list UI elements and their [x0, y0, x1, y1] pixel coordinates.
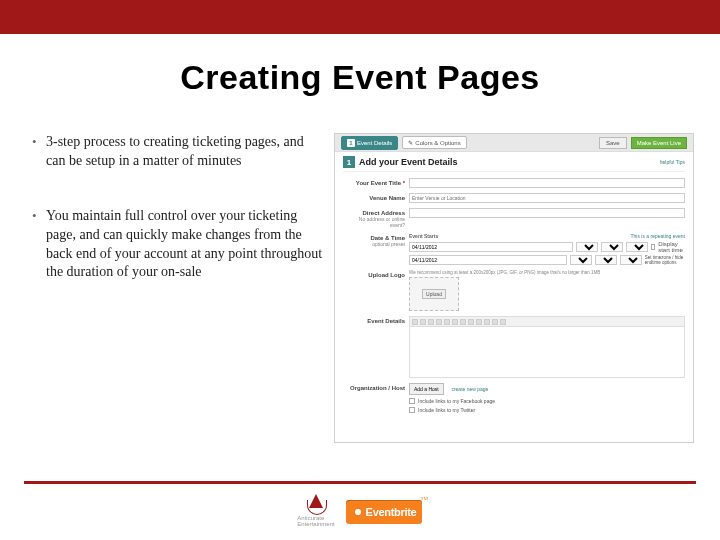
eventbrite-text: Eventbrite [366, 506, 417, 518]
display-start-label: Display start time [658, 241, 685, 253]
twitter-label: Include links to my Twitter [418, 407, 475, 413]
label-event-details: Event Details [343, 316, 405, 324]
step-header: 1 Add your Event Details helpful Tips [343, 156, 685, 172]
repeating-event-link[interactable]: This is a repeating event [631, 233, 685, 239]
eventbrite-logo: Eventbrite TM [346, 500, 422, 524]
eventbrite-sun-icon [352, 506, 364, 518]
timezone-note: Set timezone / hide endtime options [645, 255, 685, 265]
save-button[interactable]: Save [599, 137, 627, 149]
richtext-toolbar[interactable] [409, 316, 685, 326]
start-date-input[interactable] [409, 242, 573, 252]
tab-event-details[interactable]: 1Event Details [341, 136, 398, 150]
start-min-select[interactable] [601, 242, 623, 252]
display-start-checkbox[interactable] [651, 244, 655, 250]
step-number-badge: 1 [343, 156, 355, 168]
eventbrite-screenshot: 1Event Details ✎ Colors & Options Save M… [334, 133, 694, 443]
add-host-button[interactable]: Add a Host [409, 383, 444, 395]
footer-logos: Anticurate Entertainment Eventbrite TM [0, 494, 720, 530]
bullet-item: 3-step process to creating ticketing pag… [32, 133, 324, 171]
event-details-textarea[interactable] [409, 326, 685, 378]
content-row: 3-step process to creating ticketing pag… [0, 97, 720, 443]
facebook-label: Include links to my Facebook page [418, 398, 495, 404]
label-date-time: Date & Timeoptional preset [343, 233, 405, 247]
anticurate-logo: Anticurate Entertainment [298, 494, 334, 530]
label-upload-logo: Upload Logo [343, 270, 405, 278]
anticurate-text: Anticurate Entertainment [297, 515, 334, 527]
end-min-select[interactable] [595, 255, 617, 265]
start-hour-select[interactable] [576, 242, 598, 252]
header-bar [0, 0, 720, 34]
anticurate-mark-icon [306, 494, 326, 514]
facebook-checkbox[interactable] [409, 398, 415, 404]
venue-name-input[interactable] [409, 193, 685, 203]
footer-divider [24, 481, 696, 484]
create-new-page-link[interactable]: create new page [451, 386, 488, 392]
label-address: Direct AddressNo address or online event… [343, 208, 405, 228]
page-title: Creating Event Pages [0, 58, 720, 97]
event-starts-label: Event Starts [409, 233, 438, 239]
upload-button[interactable]: Upload [422, 289, 446, 299]
bullet-column: 3-step process to creating ticketing pag… [24, 133, 324, 443]
end-date-input[interactable] [409, 255, 567, 265]
bullet-item: You maintain full control over your tick… [32, 207, 324, 283]
tab-colors-options[interactable]: ✎ Colors & Options [402, 136, 466, 149]
logo-dropzone[interactable]: Upload [409, 277, 459, 311]
logo-note: We recommend using at least a 200x200px … [409, 270, 685, 275]
end-ampm-select[interactable] [620, 255, 642, 265]
ss-tab-bar: 1Event Details ✎ Colors & Options Save M… [335, 134, 693, 152]
event-title-input[interactable] [409, 178, 685, 188]
step-title: Add your Event Details [359, 157, 458, 167]
trademark: TM [421, 496, 429, 501]
label-host: Organization / Host [343, 383, 405, 391]
screenshot-column: 1Event Details ✎ Colors & Options Save M… [334, 133, 696, 443]
end-hour-select[interactable] [570, 255, 592, 265]
address-input[interactable] [409, 208, 685, 218]
label-event-title: Your Event Title * [343, 178, 405, 186]
start-ampm-select[interactable] [626, 242, 648, 252]
label-venue-name: Venue Name [343, 193, 405, 201]
make-live-button[interactable]: Make Event Live [631, 137, 687, 149]
helpful-tips-link[interactable]: helpful Tips [660, 159, 685, 165]
twitter-checkbox[interactable] [409, 407, 415, 413]
